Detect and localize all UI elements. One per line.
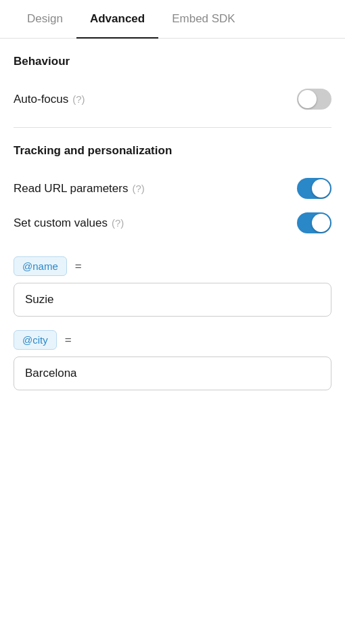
auto-focus-text: Auto-focus <box>14 93 68 106</box>
param-city-input[interactable] <box>14 356 331 390</box>
section-divider-1 <box>14 127 331 128</box>
auto-focus-slider <box>297 89 331 110</box>
tab-bar: Design Advanced Embed SDK <box>0 0 345 39</box>
behaviour-section: Behaviour Auto-focus (?) <box>14 55 331 116</box>
read-url-help[interactable]: (?) <box>132 183 144 194</box>
auto-focus-label: Auto-focus (?) <box>14 93 85 106</box>
set-custom-values-row: Set custom values (?) <box>14 206 331 240</box>
read-url-parameters-row: Read URL parameters (?) <box>14 171 331 206</box>
param-name-equals: = <box>75 260 82 273</box>
param-city-tag: @city <box>14 330 57 350</box>
param-name-tag: @name <box>14 256 67 276</box>
param-name-row: @name = <box>14 256 331 276</box>
auto-focus-help[interactable]: (?) <box>72 93 85 105</box>
set-custom-toggle[interactable] <box>297 212 331 233</box>
read-url-toggle[interactable] <box>297 178 331 199</box>
set-custom-slider <box>297 212 331 233</box>
read-url-text: Read URL parameters <box>14 182 128 196</box>
read-url-slider <box>297 178 331 199</box>
auto-focus-row: Auto-focus (?) <box>14 82 331 116</box>
set-custom-help[interactable]: (?) <box>112 217 124 229</box>
param-city-row: @city = <box>14 330 331 350</box>
behaviour-title: Behaviour <box>14 55 331 68</box>
tab-embed-sdk[interactable]: Embed SDK <box>158 0 249 38</box>
param-name-input[interactable] <box>14 283 331 317</box>
read-url-label: Read URL parameters (?) <box>14 182 145 196</box>
param-city-equals: = <box>65 334 72 347</box>
tab-advanced[interactable]: Advanced <box>76 0 158 38</box>
tracking-section: Tracking and personalization Read URL pa… <box>14 144 331 404</box>
set-custom-label: Set custom values (?) <box>14 216 124 230</box>
auto-focus-toggle[interactable] <box>297 89 331 110</box>
tracking-title: Tracking and personalization <box>14 144 331 158</box>
set-custom-text: Set custom values <box>14 216 108 230</box>
custom-values-section: @name = @city = <box>14 256 331 404</box>
content-area: Behaviour Auto-focus (?) Tracking and pe… <box>0 39 345 426</box>
tab-design[interactable]: Design <box>14 0 76 38</box>
